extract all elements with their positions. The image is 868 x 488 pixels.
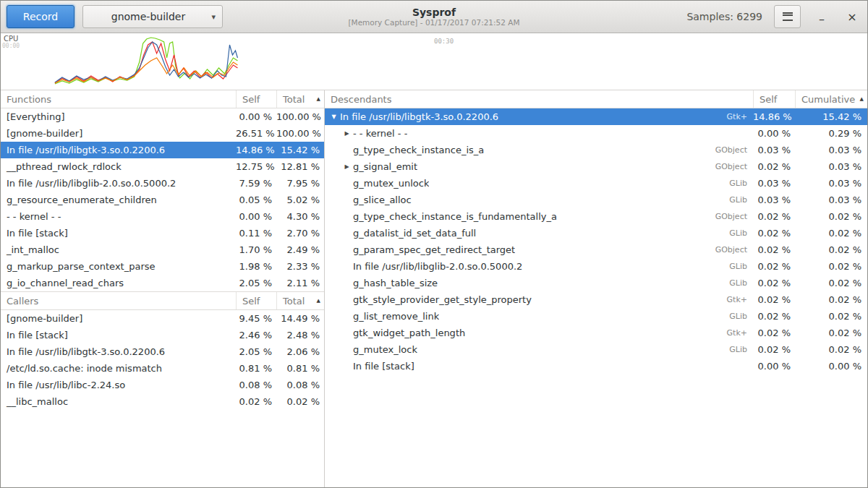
table-row[interactable]: g_resource_enumerate_children0.05 %5.02 … (1, 192, 324, 208)
library-badge: Gtk+ (727, 295, 747, 304)
time-start-label: 00:00 (2, 43, 20, 49)
tree-row[interactable]: ▶g_signal_emitGObject0.02 %0.03 % (325, 158, 867, 175)
self-percent: 9.45 % (236, 313, 276, 324)
tree-row[interactable]: gtk_style_provider_get_style_propertyGtk… (325, 291, 867, 308)
process-selector-dropdown[interactable]: gnome-builder ▾ (82, 5, 223, 28)
functions-header-row: Functions Self Total ▲ (1, 90, 324, 108)
library-badge: GObject (715, 245, 747, 254)
tree-row[interactable]: g_hash_table_sizeGLib0.02 %0.02 % (325, 275, 867, 291)
table-row[interactable]: [Everything]0.00 %100.00 % (1, 108, 324, 125)
table-row[interactable]: /etc/ld.so.cache: inode mismatch0.81 %0.… (1, 360, 324, 377)
header-right-controls: Samples: 6299 – × (686, 5, 861, 28)
title-block: Sysprof [Memory Capture] - 01/17/2017 07… (348, 7, 519, 27)
functions-total-column-header[interactable]: Total ▲ (276, 90, 324, 108)
self-percent: 26.51 % (236, 128, 276, 139)
functions-table: [Everything]0.00 %100.00 %[gnome-builder… (1, 108, 324, 291)
table-row[interactable]: __libc_malloc0.02 %0.02 % (1, 393, 324, 410)
descendants-column-header[interactable]: Descendants (325, 90, 753, 108)
self-percent: 0.02 % (753, 294, 795, 305)
function-name: In file /usr/lib/libglib-2.0.so.0.5000.2 (1, 178, 236, 189)
table-row[interactable]: In file /usr/lib/libgtk-3.so.0.2200.62.0… (1, 343, 324, 360)
table-row[interactable]: In file /usr/lib/libglib-2.0.so.0.5000.2… (1, 175, 324, 192)
function-name: g_param_spec_get_redirect_target (353, 244, 515, 255)
triangle-right-icon[interactable]: ▶ (341, 163, 353, 170)
descendants-cumulative-column-header[interactable]: Cumulative ▲ (795, 90, 867, 108)
sysprof-window: Record gnome-builder ▾ Sysprof [Memory C… (0, 0, 868, 488)
left-pane: Functions Self Total ▲ [Everything]0.00 … (1, 90, 325, 487)
tree-row[interactable]: In file /usr/lib/libglib-2.0.so.0.5000.2… (325, 258, 867, 275)
table-row[interactable]: __pthread_rwlock_rdlock12.75 %12.81 % (1, 158, 324, 175)
table-row[interactable]: _int_malloc1.70 %2.49 % (1, 241, 324, 258)
close-button[interactable]: × (843, 7, 861, 26)
self-percent: 0.00 % (236, 111, 276, 122)
table-row[interactable]: In file [stack]0.11 %2.70 % (1, 225, 324, 241)
function-name: g_mutex_unlock (353, 178, 429, 189)
tree-row[interactable]: g_list_remove_linkGLib0.02 %0.02 % (325, 308, 867, 325)
table-row[interactable]: g_io_channel_read_chars2.05 %2.11 % (1, 275, 324, 291)
tree-row[interactable]: g_type_check_instance_is_aGObject0.03 %0… (325, 142, 867, 158)
table-row[interactable]: [gnome-builder]26.51 %100.00 % (1, 125, 324, 142)
library-badge: GObject (715, 162, 747, 171)
cumulative-percent: 0.03 % (795, 145, 867, 155)
total-percent: 100.00 % (276, 111, 324, 122)
table-row[interactable]: [gnome-builder]9.45 %14.49 % (1, 310, 324, 327)
callers-table: [gnome-builder]9.45 %14.49 %In file [sta… (1, 310, 324, 410)
callers-total-label: Total (283, 296, 305, 307)
sort-ascending-icon: ▲ (860, 96, 864, 102)
table-row[interactable]: In file [stack]2.46 %2.48 % (1, 327, 324, 343)
function-name: g_type_check_instance_is_a (353, 145, 484, 155)
cumulative-percent: 0.29 % (795, 128, 867, 139)
callers-self-column-header[interactable]: Self (236, 292, 276, 309)
cumulative-percent: 0.02 % (795, 244, 867, 255)
function-name: In file /usr/lib/libglib-2.0.so.0.5000.2 (353, 261, 522, 272)
table-row[interactable]: In file /usr/lib/libc-2.24.so0.08 %0.08 … (1, 377, 324, 393)
callers-total-column-header[interactable]: Total ▲ (276, 292, 324, 309)
tree-row[interactable]: g_datalist_id_set_data_fullGLib0.02 %0.0… (325, 225, 867, 241)
total-percent: 2.06 % (276, 346, 324, 357)
record-button[interactable]: Record (7, 5, 75, 28)
callers-column-header[interactable]: Callers (1, 292, 236, 309)
callers-header-row: Callers Self Total ▲ (1, 291, 324, 310)
descendants-self-column-header[interactable]: Self (753, 90, 795, 108)
table-row[interactable]: In file /usr/lib/libgtk-3.so.0.2200.614.… (1, 142, 324, 158)
total-percent: 4.30 % (276, 211, 324, 222)
tree-row[interactable]: In file [stack]0.00 %0.00 % (325, 358, 867, 374)
function-name: /etc/ld.so.cache: inode mismatch (1, 363, 236, 374)
cumulative-percent: 0.02 % (795, 261, 867, 272)
function-name: In file [stack] (1, 228, 236, 239)
samples-count: Samples: 6299 (686, 11, 762, 22)
tree-row[interactable]: gtk_widget_path_lengthGtk+0.02 %0.02 % (325, 325, 867, 341)
chevron-down-icon: ▾ (211, 12, 216, 22)
cpu-graph-area[interactable]: CPU 00:00 00:30 (1, 33, 867, 90)
table-row[interactable]: - - kernel - -0.00 %4.30 % (1, 208, 324, 225)
tree-row[interactable]: g_mutex_unlockGLib0.03 %0.03 % (325, 175, 867, 192)
menu-button[interactable] (774, 5, 801, 28)
self-percent: 0.08 % (236, 380, 276, 390)
total-percent: 15.42 % (276, 145, 324, 155)
total-percent: 0.02 % (276, 396, 324, 407)
minimize-button[interactable]: – (812, 7, 831, 26)
tree-row[interactable]: ▼In file /usr/lib/libgtk-3.so.0.2200.6Gt… (325, 108, 867, 125)
function-name: - - kernel - - (353, 128, 407, 139)
self-percent: 0.02 % (753, 161, 795, 172)
functions-column-header[interactable]: Functions (1, 90, 236, 108)
tree-row[interactable]: g_mutex_lockGLib0.02 %0.02 % (325, 341, 867, 358)
tree-row[interactable]: ▶- - kernel - -0.00 %0.29 % (325, 125, 867, 142)
triangle-down-icon[interactable]: ▼ (328, 114, 340, 120)
self-percent: 0.02 % (753, 311, 795, 322)
self-percent: 0.11 % (236, 228, 276, 239)
cumulative-percent: 0.02 % (795, 228, 867, 239)
self-percent: 1.70 % (236, 244, 276, 255)
descendants-table: ▼In file /usr/lib/libgtk-3.so.0.2200.6Gt… (325, 108, 867, 374)
triangle-right-icon[interactable]: ▶ (341, 130, 353, 137)
function-name: [Everything] (1, 111, 236, 122)
self-percent: 0.00 % (753, 361, 795, 372)
cumulative-percent: 0.02 % (795, 211, 867, 222)
table-row[interactable]: g_markup_parse_context_parse1.98 %2.33 % (1, 258, 324, 275)
tree-row[interactable]: g_type_check_instance_is_fundamentally_a… (325, 208, 867, 225)
functions-self-column-header[interactable]: Self (236, 90, 276, 108)
tree-row[interactable]: g_slice_allocGLib0.03 %0.03 % (325, 192, 867, 208)
function-name: __libc_malloc (1, 396, 236, 407)
right-pane-empty-space (325, 374, 867, 487)
tree-row[interactable]: g_param_spec_get_redirect_targetGObject0… (325, 241, 867, 258)
